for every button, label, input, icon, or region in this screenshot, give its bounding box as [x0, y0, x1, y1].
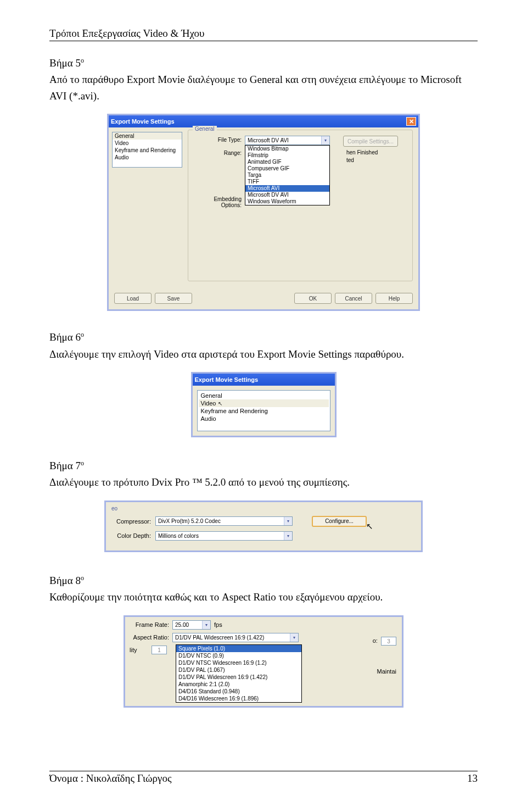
list-item[interactable]: Keyframe and Rendering — [113, 147, 182, 154]
combo-value: DivX Pro(tm) 5.2.0 Codec — [158, 518, 221, 524]
combo-value: Microsoft DV AVI — [248, 137, 289, 143]
step5-prefix: Βήμα 5 — [49, 57, 81, 69]
dropdown-item[interactable]: D1/DV NTSC Widescreen 16:9 (1.2) — [176, 659, 301, 666]
dialog-titlebar[interactable]: Export Movie Settings — [193, 374, 335, 386]
footer-author: Όνομα : Νικολαΐδης Γιώργος — [49, 772, 172, 785]
page-header: Τρόποι Επεξεργασίας Video & Ήχου — [49, 27, 478, 41]
button-label: Configure... — [325, 518, 354, 524]
step8-sup: ο — [81, 574, 84, 582]
dropdown-item[interactable]: TIFF — [245, 179, 329, 185]
compressor-label: Compressor: — [111, 518, 155, 525]
export-movie-settings-dialog: Export Movie Settings ✕ General Video Ke… — [107, 114, 420, 311]
combo-value: Millions of colors — [158, 533, 199, 539]
dropdown-item[interactable]: Targa — [245, 172, 329, 179]
combo-value: D1/DV PAL Widescreen 16:9 (1.422) — [175, 635, 264, 641]
compressor-panel: eo Compressor: DivX Pro(tm) 5.2.0 Codec … — [104, 500, 423, 552]
dropdown-item[interactable]: Compuserve GIF — [245, 165, 329, 172]
chevron-down-icon[interactable]: ▾ — [284, 517, 292, 525]
cursor-icon: ↖ — [366, 521, 373, 531]
partial-text: Maintai — [373, 664, 396, 678]
frame-rate-combo[interactable]: 25.00 ▾ — [172, 620, 211, 630]
list-item[interactable]: Keyframe and Rendering — [199, 407, 329, 415]
dropdown-item[interactable]: Windows Waveform — [245, 198, 329, 205]
page-footer: Όνομα : Νικολαΐδης Γιώργος 13 — [49, 771, 478, 785]
cursor-icon: ↖ — [218, 401, 222, 407]
aspect-ratio-dropdown-list[interactable]: Square Pixels (1.0) D1/DV NTSC (0.9) D1/… — [176, 644, 302, 703]
list-item[interactable]: Video — [113, 140, 182, 147]
load-button[interactable]: Load — [114, 293, 152, 304]
help-button[interactable]: Help — [375, 293, 413, 304]
step7-sup: ο — [81, 459, 84, 467]
chevron-down-icon[interactable]: ▾ — [321, 136, 329, 144]
aspect-ratio-combo[interactable]: D1/DV PAL Widescreen 16:9 (1.422) ▾ — [172, 633, 299, 642]
cancel-button[interactable]: Cancel — [335, 293, 372, 304]
footer-page-number: 13 — [467, 772, 478, 785]
color-depth-combo[interactable]: Millions of colors ▾ — [155, 531, 293, 541]
chevron-down-icon[interactable]: ▾ — [290, 633, 298, 642]
embedding-label: Embedding Options: — [193, 195, 245, 208]
chevron-down-icon[interactable]: ▾ — [284, 532, 292, 540]
small-field[interactable]: 1 — [152, 646, 167, 654]
small-field[interactable]: 3 — [381, 637, 396, 646]
step7-prefix: Βήμα 7 — [49, 460, 81, 471]
dropdown-item[interactable]: D1/DV NTSC (0.9) — [176, 652, 301, 659]
partial-group-label: eo — [111, 505, 416, 511]
partial-text: o: — [373, 637, 378, 644]
step8-heading: Βήμα 8ο — [49, 574, 478, 587]
aspect-ratio-label: Aspect Ratio: — [130, 634, 172, 641]
partial-text: lity — [130, 647, 146, 653]
chevron-down-icon[interactable]: ▾ — [202, 621, 210, 629]
dropdown-item[interactable]: D1/DV PAL (1.067) — [176, 666, 301, 674]
dialog-title: Export Movie Settings — [195, 376, 333, 383]
category-list[interactable]: General Video Keyframe and Rendering Aud… — [112, 132, 182, 168]
partial-text: hen Finished — [346, 149, 378, 157]
dropdown-item[interactable]: D4/D16 Widescreen 16:9 (1.896) — [176, 695, 301, 702]
range-label: Range: — [193, 149, 245, 156]
step5-heading: Βήμα 5ο — [49, 57, 478, 69]
fps-label: fps — [214, 621, 222, 628]
group-label: General — [193, 126, 217, 132]
color-depth-label: Color Depth: — [111, 532, 155, 539]
step6-prefix: Βήμα 6 — [49, 332, 81, 343]
step8-text: Καθορίζουμε την ποιότητα καθώς και το As… — [49, 589, 478, 605]
dropdown-item-selected[interactable]: Square Pixels (1.0) — [176, 645, 301, 652]
export-movie-settings-small-dialog: Export Movie Settings General Video ↖ Ke… — [191, 372, 337, 437]
list-item[interactable]: General — [113, 132, 182, 140]
list-item[interactable]: General — [199, 392, 329, 399]
compressor-combo[interactable]: DivX Pro(tm) 5.2.0 Codec ▾ — [155, 516, 293, 526]
dialog-title: Export Movie Settings — [111, 118, 406, 125]
configure-button[interactable]: Configure... ↖ — [312, 516, 367, 527]
ok-button[interactable]: OK — [294, 293, 332, 304]
step8-prefix: Βήμα 8 — [49, 575, 81, 586]
category-list[interactable]: General Video ↖ Keyframe and Rendering A… — [197, 390, 330, 431]
partial-text: ted — [346, 157, 378, 164]
aspect-ratio-panel: Frame Rate: 25.00 ▾ fps Aspect Ratio: D1… — [124, 615, 403, 708]
dialog-titlebar[interactable]: Export Movie Settings ✕ — [109, 115, 418, 127]
frame-rate-label: Frame Rate: — [130, 621, 172, 628]
dropdown-item[interactable]: D4/D16 Standard (0.948) — [176, 688, 301, 695]
compile-settings-button: Compile Settings... — [343, 136, 398, 147]
save-button[interactable]: Save — [155, 293, 192, 304]
step7-text: Διαλέγουμε το πρότυπο Dvix Pro ™ 5.2.0 α… — [49, 474, 478, 490]
dropdown-item[interactable]: Anamorphic 2:1 (2.0) — [176, 681, 301, 688]
item-label: Video — [201, 400, 216, 407]
dropdown-item-selected[interactable]: Microsoft AVI — [245, 185, 329, 192]
combo-value: 25.00 — [175, 622, 189, 628]
list-item[interactable]: Audio — [199, 415, 329, 422]
file-type-combo[interactable]: Microsoft DV AVI ▾ — [245, 136, 330, 145]
step6-text: Διαλέγουμε την επιλογή Video στα αριστερ… — [49, 346, 478, 362]
step5-text: Από το παράθυρο Export Movie διαλέγουμε … — [49, 71, 478, 104]
list-item-selected[interactable]: Video ↖ — [199, 399, 329, 407]
dropdown-item[interactable]: D1/DV PAL Widescreen 16:9 (1.422) — [176, 674, 301, 681]
dropdown-item[interactable]: Filmstrip — [245, 152, 329, 159]
file-type-dropdown-list[interactable]: Windows Bitmap Filmstrip Animated GIF Co… — [245, 145, 330, 205]
file-type-label: File Type: — [193, 136, 245, 143]
step6-sup: ο — [81, 331, 84, 338]
close-icon[interactable]: ✕ — [406, 117, 416, 126]
step5-sup: ο — [81, 57, 84, 64]
dropdown-item[interactable]: Animated GIF — [245, 159, 329, 165]
list-item[interactable]: Audio — [113, 154, 182, 161]
step7-heading: Βήμα 7ο — [49, 459, 478, 472]
dropdown-item[interactable]: Windows Bitmap — [245, 146, 329, 152]
dropdown-item[interactable]: Microsoft DV AVI — [245, 192, 329, 198]
